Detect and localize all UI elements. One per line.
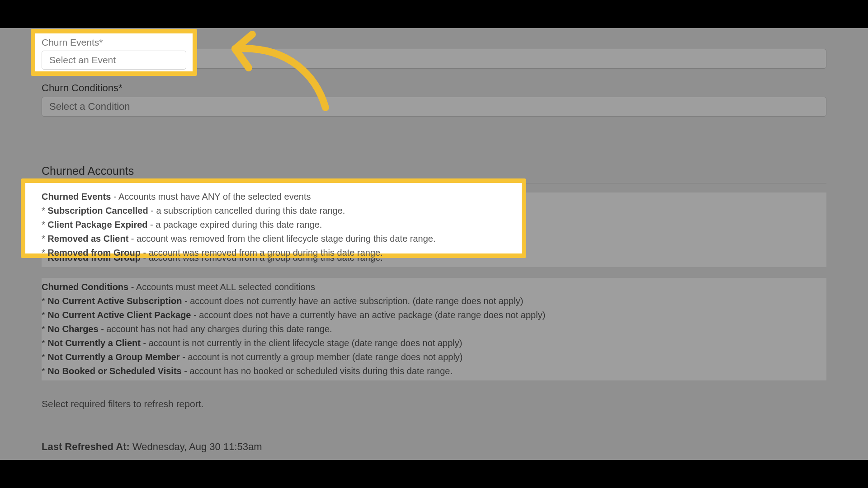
highlight-events-item: * Subscription Cancelled - a subscriptio… [42,204,518,217]
churned-conditions-description: Churned Conditions - Accounts must meet … [42,278,826,380]
churn-conditions-label: Churn Conditions* [42,82,826,94]
highlight-churn-events: Churn Events* Select an Event [31,29,197,76]
highlight-events-item: * Removed from Group - account was remov… [42,246,518,259]
highlight-events-lead-suffix: - Accounts must have ANY of the selected… [111,192,311,202]
highlight-events-lead: Churned Events [42,192,111,202]
churn-conditions-select[interactable]: Select a Condition [42,97,826,117]
highlight-events-item: * Removed as Client - account was remove… [42,232,518,245]
churn-conditions-placeholder: Select a Condition [49,101,130,113]
churned-conditions-item: * Not Currently a Client - account is no… [42,337,826,350]
refresh-hint: Select required filters to refresh repor… [42,399,826,409]
last-refreshed: Last Refreshed At: Wednesday, Aug 30 11:… [42,441,826,453]
churned-conditions-lead: Churned Conditions [42,282,128,292]
churn-conditions-field: Churn Conditions* Select a Condition [0,82,868,117]
highlight-churned-events-desc: Churned Events - Accounts must have ANY … [21,178,526,258]
highlight-churn-events-label: Churn Events* [42,37,186,48]
churned-conditions-item: * No Current Active Client Package - acc… [42,309,826,322]
last-refreshed-value: Wednesday, Aug 30 11:53am [130,441,262,452]
churned-conditions-item: * No Current Active Subscription - accou… [42,295,826,308]
churned-conditions-lead-suffix: - Accounts must meet ALL selected condit… [128,282,315,292]
churned-conditions-item: * No Charges - account has not had any c… [42,323,826,336]
highlight-events-item: * Client Package Expired - a package exp… [42,218,518,231]
highlight-churn-events-select[interactable]: Select an Event [42,51,186,70]
churned-conditions-item: * No Booked or Scheduled Visits - accoun… [42,365,826,378]
last-refreshed-label: Last Refreshed At: [42,441,130,452]
section-title-churned-accounts: Churned Accounts [42,164,826,178]
highlight-churn-events-placeholder: Select an Event [49,55,116,66]
churned-conditions-item: * Not Currently a Group Member - account… [42,351,826,364]
